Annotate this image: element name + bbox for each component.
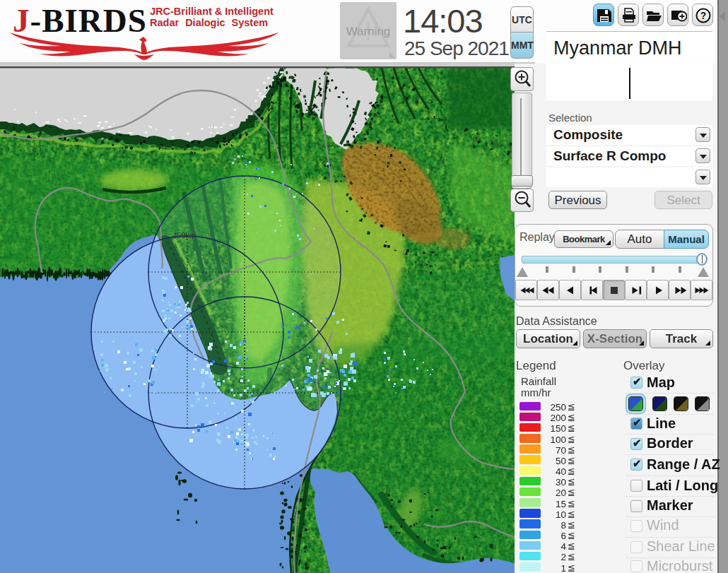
svg-text:?: ? bbox=[700, 10, 707, 21]
svg-text:450km: 450km bbox=[172, 231, 196, 240]
